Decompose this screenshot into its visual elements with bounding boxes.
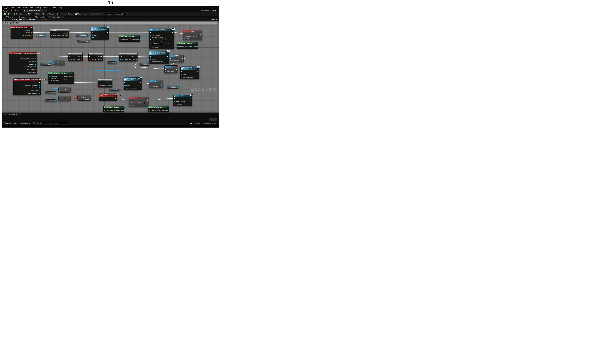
variable-output-pin[interactable] [86, 35, 87, 36]
exec-pin[interactable]: ▶ [51, 32, 52, 34]
data-pin[interactable] [150, 39, 151, 40]
interface-dropdown[interactable]: BPI Interactable▾ [50, 79, 63, 81]
parent-class-link[interactable]: Character [211, 10, 217, 12]
class-settings-button[interactable]: ⚙Class Settings [60, 13, 74, 15]
variable-output-pin[interactable] [119, 90, 120, 91]
data-pin[interactable] [147, 102, 148, 103]
exec-pin[interactable]: ▶ [176, 69, 177, 70]
frame-skip-button[interactable]: ▶▏ [93, 13, 95, 15]
node-set-interactable-state-2[interactable]: Set Interactable StateTarget is BPI Inte… [180, 66, 199, 79]
compiler-results-close-icon[interactable]: × [19, 114, 20, 115]
data-pin[interactable] [92, 37, 93, 39]
data-pin[interactable] [49, 76, 50, 77]
node-branch-1[interactable]: ⇅Branch▶True▶ConditionFalse▷ [68, 52, 83, 61]
exec-pin[interactable]: ▶ [165, 69, 166, 70]
add-pin-button[interactable]: Add pin+ [84, 98, 90, 100]
checkbox[interactable] [163, 61, 165, 63]
unsaved-button[interactable]: 1 Unsaved [188, 122, 201, 125]
exec-pin[interactable]: ▶ [182, 58, 183, 59]
node-equal[interactable]: == [58, 96, 71, 101]
data-pin[interactable] [53, 63, 54, 64]
data-pin[interactable] [150, 43, 151, 44]
value-field[interactable]: 0 [158, 109, 161, 111]
select-dropdown[interactable]: Do Not Lock▾ [152, 43, 164, 45]
exec-pin[interactable]: ▶ [31, 32, 32, 33]
exec-pin[interactable]: ▶ [150, 32, 151, 33]
class-defaults-button[interactable]: Class Defaults [74, 13, 88, 15]
node-set-input-mode-ui-only[interactable]: ƒSet Input Mode UI Only▶▶Player Controll… [149, 28, 174, 49]
menu-window[interactable]: Window [42, 7, 51, 9]
data-pin[interactable] [177, 46, 179, 47]
editor-tab-print-location[interactable]: ƒPrint Location [33, 16, 47, 18]
data-pin[interactable] [99, 85, 100, 86]
data-pin[interactable] [59, 88, 60, 89]
checkbox[interactable] [159, 46, 160, 48]
exec-pin[interactable]: ▶ [81, 56, 82, 57]
var-interactable-1[interactable]: Interactable [36, 34, 46, 37]
node-set-show-mouse-cursor-2[interactable]: SET▶▶Show Mouse CursorTarget [129, 97, 149, 107]
cmd-dropdown[interactable]: >_Cmd▾ [31, 122, 42, 125]
play-button[interactable]: ▶ [91, 13, 92, 15]
data-pin[interactable] [35, 64, 36, 65]
var-self-3[interactable]: Self [45, 91, 56, 94]
eject-button[interactable]: ▲ [98, 13, 99, 15]
node-not-equal-1[interactable]: != [53, 60, 65, 65]
data-pin[interactable] [181, 74, 182, 75]
exec-pin[interactable]: ▶ [130, 100, 131, 101]
data-pin[interactable] [35, 58, 36, 59]
data-pin[interactable] [35, 61, 36, 62]
data-pin[interactable] [150, 61, 151, 62]
node-does-implement-interface[interactable]: ƒDoes Implement InterfaceTest ObjectRetu… [48, 72, 74, 84]
data-pin[interactable] [124, 88, 126, 89]
data-pin[interactable] [124, 85, 126, 86]
play-options-kebab[interactable]: ⋮ [100, 13, 103, 15]
exec-pin[interactable]: ▶ [174, 98, 175, 99]
node-set-input-mode-game-only[interactable]: ƒSet Input Mode Game Only▶▷Player Contro… [173, 95, 192, 106]
exec-pin[interactable]: ▷ [31, 29, 32, 31]
checkbox[interactable] [138, 87, 139, 89]
checkbox[interactable]: ✓ [198, 36, 199, 37]
data-pin[interactable] [184, 36, 185, 37]
node-get-player-controller-2[interactable]: ƒGet Player ControllerPlayer Index0Retur… [177, 42, 198, 49]
hide-unrelated-kebab[interactable]: ⋮ [56, 13, 59, 15]
exec-pin[interactable]: ▶ [111, 82, 112, 83]
data-pin[interactable] [150, 47, 151, 48]
minimize-button[interactable] [205, 6, 209, 9]
editor-tab-event-graph[interactable]: Event Graph× [48, 16, 64, 18]
data-pin[interactable] [170, 60, 172, 61]
stop-button[interactable]: ■ [96, 13, 97, 15]
exec-pin[interactable]: ▶ [35, 55, 36, 57]
node-set-interactable-4[interactable]: SET▶▷Interactable [149, 80, 163, 88]
var-interactable-5[interactable]: Interactable [45, 99, 57, 102]
revision-control-button[interactable]: ⑂Revision Control▾ [201, 122, 219, 125]
data-pin[interactable] [104, 110, 106, 111]
data-pin[interactable] [59, 97, 60, 98]
data-pin[interactable] [176, 71, 177, 72]
menu-file[interactable]: File [10, 7, 15, 9]
data-pin[interactable] [182, 60, 183, 61]
node-not-equal-2[interactable]: != [58, 87, 71, 92]
node-interact[interactable]: InteractTarget is BPI Interactable▶▶Targ… [91, 27, 109, 40]
menu-edit[interactable]: Edit [15, 7, 21, 9]
data-pin[interactable] [181, 77, 182, 78]
exec-pin[interactable]: ▶ [136, 56, 137, 57]
comment-title[interactable]: Dialogue System [4, 22, 217, 25]
data-pin[interactable] [78, 96, 79, 97]
exec-pin[interactable]: ▶ [89, 56, 90, 57]
data-pin[interactable] [59, 99, 60, 100]
compile-options-kebab[interactable]: ⋮ [23, 13, 25, 15]
node-enhanced-input-action[interactable]: EnhancedInputAction IA_InteractTriggered… [11, 26, 33, 39]
variable-output-pin[interactable] [89, 41, 90, 42]
back-arrow-icon[interactable]: ← [7, 19, 8, 21]
exec-pin[interactable]: ▶ [140, 82, 141, 83]
menu-view[interactable]: View [28, 7, 35, 9]
bookmark-icon[interactable]: ⚑▾ [3, 19, 6, 21]
exec-pin[interactable]: ▶ [120, 56, 121, 57]
asset-tab-bp-thirdpersoncharac-[interactable]: BP_ThirdPersonCharac... *× [22, 9, 47, 12]
node-get-player-controller-4[interactable]: ƒGet Player ControllerPlayer Index0Retur… [148, 106, 169, 112]
editor-tab-viewport[interactable]: Viewport [4, 16, 15, 18]
exec-pin[interactable]: ▷ [161, 83, 162, 85]
output-log-button[interactable]: ▤Output Log [19, 122, 31, 125]
exec-pin[interactable]: ▶ [172, 32, 173, 33]
find-button[interactable]: Find [34, 13, 41, 15]
